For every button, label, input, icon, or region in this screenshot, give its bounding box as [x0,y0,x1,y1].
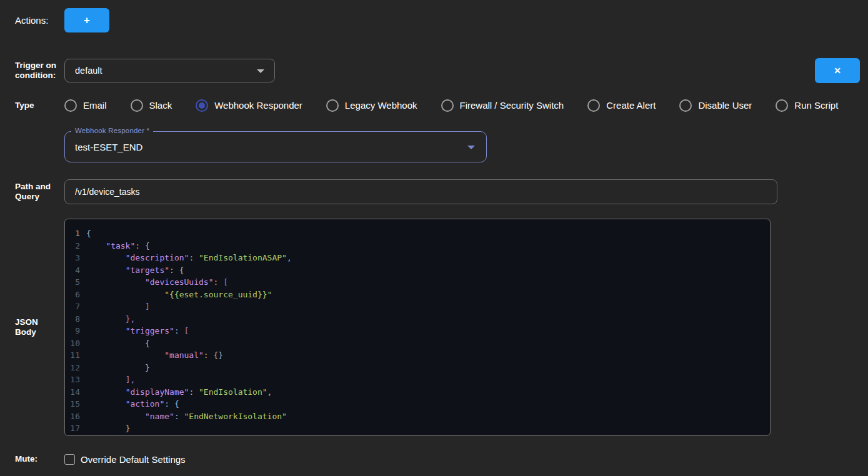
code-line: 16 "name": "EndNetworkIsolation" [65,410,770,423]
code-text: "action": { [86,398,179,410]
webhook-responder-value: test-ESET_END [75,142,142,152]
plus-icon: + [84,14,90,27]
line-number: 3 [65,252,86,264]
radio-unselected-icon[interactable] [326,99,339,112]
code-text: { [86,227,91,240]
code-text: } [86,362,150,374]
add-action-button[interactable]: + [64,8,109,32]
path-query-label: Path and Query [15,182,64,202]
webhook-responder-select[interactable]: Webhook Responder * test-ESET_END [64,131,487,162]
webhook-responder-float-label: Webhook Responder * [71,127,153,134]
action-editor-panel: Actions: + Trigger on condition: default… [0,0,868,465]
code-line: 13 ], [65,374,770,386]
code-text: "description": "EndIsolationASAP", [86,252,292,264]
type-radio-group: EmailSlackWebhook ResponderLegacy Webhoo… [64,99,838,112]
radio-option-label: Disable User [698,100,752,111]
code-line: 10 { [65,337,770,350]
line-number: 15 [65,398,86,410]
code-line: 12 } [65,362,770,374]
code-line: 8 }, [65,313,770,325]
type-label: Type [15,101,64,111]
code-line: 2 "task": { [65,240,770,252]
code-text: ] [86,300,150,313]
code-line: 17 } [65,422,770,435]
code-line: 3 "description": "EndIsolationASAP", [65,252,770,264]
code-line: 1{ [65,227,770,240]
actions-label: Actions: [15,16,64,26]
code-line: 7 ] [65,300,770,313]
line-number: 16 [65,410,86,423]
code-line: 18 }, [65,435,770,437]
code-text: "manual": {} [86,349,223,362]
radio-option-run-script[interactable]: Run Script [776,99,838,112]
code-line: 14 "displayName": "EndIsolation", [65,386,770,399]
line-number: 10 [65,337,86,350]
override-default-settings-label: Override Default Settings [81,454,186,465]
radio-unselected-icon[interactable] [587,99,600,112]
mute-row: Mute: Override Default Settings [15,453,868,465]
code-text: "name": "EndNetworkIsolation" [86,410,287,423]
radio-option-label: Slack [149,100,172,111]
override-default-settings-checkbox[interactable] [64,454,75,465]
remove-action-button[interactable]: ✕ [815,58,860,83]
radio-option-disable-user[interactable]: Disable User [679,99,752,112]
code-line: 6 "{{eset.source_uuid}}" [65,289,770,301]
code-text: }, [86,313,135,325]
line-number: 13 [65,374,86,386]
radio-unselected-icon[interactable] [776,99,788,112]
radio-option-label: Run Script [794,100,838,111]
code-line: 9 "triggers": [ [65,325,770,337]
override-default-settings-option[interactable]: Override Default Settings [64,454,186,465]
radio-option-label: Legacy Webhook [345,100,417,111]
trigger-condition-label: Trigger on condition: [15,61,64,81]
line-number: 1 [65,227,86,240]
code-text: }, [86,435,116,437]
radio-option-label: Webhook Responder [214,100,302,111]
radio-option-email[interactable]: Email [64,99,107,112]
path-query-input[interactable] [64,179,777,204]
radio-unselected-icon[interactable] [441,99,454,112]
radio-unselected-icon[interactable] [64,99,77,112]
radio-option-firewall-security-switch[interactable]: Firewall / Security Switch [441,99,564,112]
radio-option-label: Create Alert [606,100,656,111]
radio-option-label: Firewall / Security Switch [460,100,564,111]
chevron-down-icon [467,146,475,149]
actions-row: Actions: + [15,8,868,32]
line-number: 14 [65,386,86,399]
trigger-row: Trigger on condition: default ✕ [15,59,868,82]
line-number: 11 [65,349,86,362]
json-body-editor[interactable]: 1{2 "task": {3 "description": "EndIsolat… [64,219,771,436]
line-number: 17 [65,422,86,435]
trigger-condition-select[interactable]: default [64,59,275,82]
line-number: 12 [65,362,86,374]
radio-option-create-alert[interactable]: Create Alert [587,99,656,112]
radio-option-slack[interactable]: Slack [131,99,172,112]
line-number: 18 [65,435,86,437]
code-text: "targets": { [86,264,184,277]
code-text: "displayName": "EndIsolation", [86,386,272,399]
webhook-row: Webhook Responder * test-ESET_END [15,131,868,162]
close-icon: ✕ [834,66,841,76]
code-text: "triggers": [ [86,325,189,337]
line-number: 4 [65,264,86,277]
code-text: } [86,422,130,435]
radio-unselected-icon[interactable] [131,99,143,112]
radio-selected-icon[interactable] [196,99,208,112]
code-text: "{{eset.source_uuid}}" [86,289,272,301]
path-row: Path and Query [15,179,868,204]
code-line: 15 "action": { [65,398,770,410]
code-line: 5 "devicesUuids": [ [65,276,770,289]
radio-option-label: Email [83,100,107,111]
line-number: 7 [65,300,86,313]
radio-option-legacy-webhook[interactable]: Legacy Webhook [326,99,417,112]
line-number: 9 [65,325,86,337]
code-line: 4 "targets": { [65,264,770,277]
code-text: "task": { [86,240,150,252]
json-body-row: JSON Body 1{2 "task": {3 "description": … [15,219,868,436]
json-body-label: JSON Body [15,317,64,337]
line-number: 6 [65,289,86,301]
mute-label: Mute: [15,454,64,464]
radio-option-webhook-responder[interactable]: Webhook Responder [196,99,302,112]
radio-unselected-icon[interactable] [679,99,692,112]
trigger-condition-value: default [75,66,102,76]
